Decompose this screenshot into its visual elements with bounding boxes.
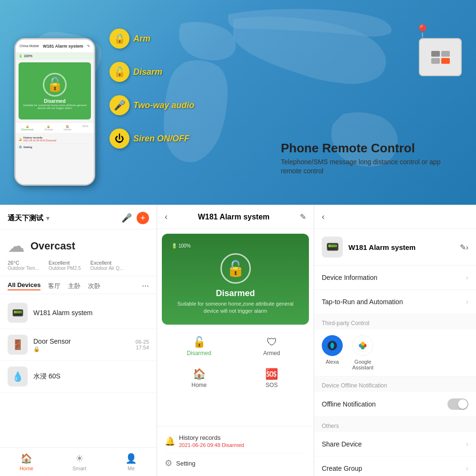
weather-section: ☁ Overcast 26°C Outdoor Tem... Excellent… [0,229,157,276]
home-title-row[interactable]: 通天下测试 ▾ [8,214,50,223]
alexa-icon [322,335,343,356]
remote-control-text: Phone Remote Control Telephone/SMS messa… [281,141,462,176]
arm-feature: 🔒 Arm [109,29,194,49]
panel3-header: ‹ [314,205,476,229]
alarm-panel-title: W181 Alarm system [171,213,296,221]
siren-feature: ⏻ Siren ON/OFF [109,129,194,149]
device-icon: 💧 [8,367,28,387]
alarm-display: 🔋 100% 🔓 Disarmed Suitable for someone h… [162,234,309,325]
history-icon: 🔔 [165,436,175,446]
device-thumbnail: 📟 [322,237,343,258]
ctrl-disarmed[interactable]: 🔓 Disarmed [165,332,234,360]
svg-point-4 [361,342,365,346]
offline-notification-row: Offline Notification [314,392,476,417]
nav-home[interactable]: 🏠 Home [20,453,33,471]
nav-me[interactable]: 👤 Me [125,453,137,471]
ctrl-sos[interactable]: 🆘 SOS [238,364,307,392]
others-section-label: Others [314,417,476,432]
chevron-right-icon: › [466,298,468,306]
arm-icon: 🔒 [109,29,129,49]
alexa-item[interactable]: Alexa [322,335,343,370]
nav-smart[interactable]: ☀ Smart [72,453,86,471]
settings-panel: ‹ 📟 W181 Alarm system ✎› Device Informat… [314,205,476,476]
sos-ctrl-icon: 🆘 [265,368,278,380]
back-button[interactable]: ‹ [165,212,168,222]
profile-icon: 👤 [125,453,137,464]
tab-living-room[interactable]: 客厅 [48,282,60,290]
ctrl-home[interactable]: 🏠 Home [165,364,234,392]
weather-cloud-icon: ☁ [8,236,25,256]
create-group-item[interactable]: Create Group › [314,456,476,476]
third-party-section-label: Third-party Control [314,314,476,329]
disarm-icon: 🔓 [109,62,129,82]
share-device-item[interactable]: Share Device › [314,432,476,456]
more-tabs-icon[interactable]: ··· [142,281,149,291]
device-info-header: 📟 W181 Alarm system ✎› [314,229,476,266]
banner: China Mobile W181 Alarm system ✎ 🔋 100% … [0,0,476,205]
google-assistant-icon [352,335,373,356]
chevron-down-icon: ▾ [46,215,50,222]
devices-tabs: All Devices 客厅 主卧 次卧 ··· [0,276,157,294]
chevron-right-icon: › [466,440,468,448]
toggle-knob [458,399,467,409]
svg-point-5 [361,346,365,349]
device-information-item[interactable]: Device Information › [314,266,476,290]
smart-icon: ☀ [75,453,84,464]
device-image [419,38,462,76]
audio-icon: 🎤 [109,95,129,115]
home-icon: 🏠 [20,453,32,464]
alarm-controls: 🔓 Disarmed 🛡 Armed 🏠 Home 🆘 SOS [157,329,314,395]
list-item[interactable]: 💧 水浸 60S [0,361,157,393]
phone-banner-title: W181 Alarm system [39,44,87,49]
list-item[interactable]: 🚪 Door Sensor 🔒 06-2517:54 [0,329,157,361]
feature-icons: 🔒 Arm 🔓 Disarm 🎤 Two-way audio ⏻ Siren O… [109,29,194,149]
microphone-icon[interactable]: 🎤 [121,213,132,223]
bottom-nav: 🏠 Home ☀ Smart 👤 Me [0,447,157,476]
settings-icon: ⚙ [165,458,172,468]
panel2-header: ‹ W181 Alarm system ✎ [157,205,314,229]
alarm-status-text: Disarmed [216,288,255,298]
device-settings-name: W181 Alarm system [348,243,454,251]
settings-list: Device Information › Tap-to-Run and Auto… [314,266,476,476]
device-name-edit-button[interactable]: ✎› [460,243,468,252]
panel1-header: 通天下测试 ▾ 🎤 + [0,205,157,229]
alarm-panel: ‹ W181 Alarm system ✎ 🔋 100% 🔓 Disarmed … [157,205,314,476]
location-pin-icon: 📍 [414,24,431,40]
chevron-right-icon: › [466,273,468,282]
ctrl-armed[interactable]: 🛡 Armed [238,332,307,360]
device-icon: 📟 [8,303,28,323]
history-row[interactable]: 🔔 History records 2021-06-26 09:48 Disar… [165,429,306,453]
disarm-feature: 🔓 Disarm [109,62,194,82]
home-panel: 通天下测试 ▾ 🎤 + ☁ Overcast 26°C Outdoor Tem.… [0,205,157,476]
tab-all-devices[interactable]: All Devices [8,281,40,290]
alarm-desc-text: Suitable for someone home,zone attribute… [171,300,299,315]
chevron-right-icon: › [466,464,468,473]
setting-row[interactable]: ⚙ Setting [165,453,306,473]
google-assistant-item[interactable]: GoogleAssistant [352,335,374,370]
alarm-footer: 🔔 History records 2021-06-26 09:48 Disar… [157,426,314,476]
tab-second-bedroom[interactable]: 次卧 [88,282,100,290]
offline-section-label: Device Offline Notification [314,377,476,392]
audio-feature: 🎤 Two-way audio [109,95,194,115]
device-list: 📟 W181 Alarm system 🚪 Door Sensor 🔒 06-2… [0,294,157,447]
tab-master-bedroom[interactable]: 主卧 [68,282,80,290]
lock-status-icon: 🔓 [220,253,251,284]
phone-mockup-banner: China Mobile W181 Alarm system ✎ 🔋 100% … [14,38,109,195]
home-title: 通天下测试 [8,214,43,223]
edit-button[interactable]: ✎ [300,212,306,221]
battery-indicator: 🔋 100% [171,243,191,248]
home-ctrl-icon: 🏠 [193,368,206,380]
list-item[interactable]: 📟 W181 Alarm system [0,297,157,329]
offline-toggle[interactable] [447,398,468,410]
armed-ctrl-icon: 🛡 [267,336,277,348]
tap-to-run-item[interactable]: Tap-to-Run and Automation › [314,290,476,314]
disarmed-ctrl-icon: 🔓 [193,336,206,348]
panels-row: 通天下测试 ▾ 🎤 + ☁ Overcast 26°C Outdoor Tem.… [0,205,476,476]
third-party-row: Alexa GoogleAssistant [314,329,476,377]
siren-icon: ⏻ [109,129,129,149]
panel3-back-button[interactable]: ‹ [322,212,325,222]
device-icon: 🚪 [8,335,28,355]
add-button[interactable]: + [137,212,149,224]
